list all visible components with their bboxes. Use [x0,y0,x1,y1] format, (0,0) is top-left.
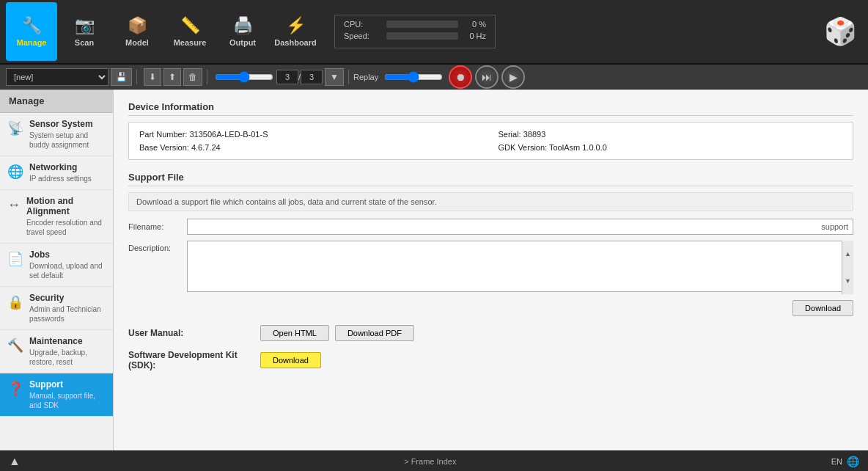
measure-icon: 📏 [180,16,200,35]
support-file-title: Support File [128,172,853,186]
user-manual-row: User Manual: Open HTML Download PDF [128,325,853,341]
description-textarea[interactable] [187,241,853,292]
sidebar-item-security[interactable]: 🔒 Security Admin and Technician password… [0,287,113,330]
scan-label: Scan [75,38,94,47]
jobs-title: Jobs [29,249,106,260]
frame-total-input[interactable] [301,70,323,84]
device-info-title: Device Information [128,101,853,116]
speed-value: 0 Hz [464,32,486,40]
serial-value: 38893 [523,130,546,139]
support-icon: ❓ [7,381,23,397]
security-subtitle: Admin and Technician passwords [29,304,106,324]
description-label: Description: [128,244,187,252]
maintenance-title: Maintenance [29,336,106,346]
main-toolbar: 🔧 Manage 📷 Scan 📦 Model 📏 Measure 🖨️ Out… [0,0,868,65]
toolbar-item-dashboard[interactable]: ⚡ Dashboard [270,2,321,61]
sdk-download-button[interactable]: Download [260,352,321,368]
manage-icon: 🔧 [22,16,42,35]
base-version-row: Base Version: 4.6.7.24 [139,143,484,152]
frame-inputs: / [276,70,323,84]
replay-slider[interactable] [215,71,273,83]
separator-2 [207,70,207,84]
scroll-down-btn[interactable]: ▼ [842,268,853,295]
device-info-box: Part Number: 313506A-LED-B-01-S Serial: … [128,122,853,160]
download-toolbar-btn[interactable]: ⬇ [144,68,161,86]
download-btn-row: Download [128,300,853,316]
next-frame-button[interactable]: ⏭ [475,65,499,89]
frame-index-text: > Frame Index [29,457,831,466]
serial-row: Serial: 38893 [499,130,843,139]
gdk-version-label: GDK Version: [499,143,548,152]
replay-speed-slider[interactable] [384,71,443,83]
base-version-value: 4.6.7.24 [191,143,221,152]
sidebar-item-networking[interactable]: 🌐 Networking IP address settings [0,156,113,190]
sensor-system-subtitle: System setup and buddy assignment [29,131,106,150]
sidebar-item-maintenance[interactable]: 🔨 Maintenance Upgrade, backup, restore, … [0,330,113,373]
play-button[interactable]: ▶ [501,65,525,89]
description-row: Description: ▲ ▼ [128,241,853,294]
save-button[interactable]: 💾 [111,68,132,86]
support-file-download-button[interactable]: Download [792,300,853,316]
sidebar-item-sensor-system[interactable]: 📡 Sensor System System setup and buddy a… [0,113,113,156]
logo-icon: 🎲 [824,16,857,47]
sidebar-item-jobs[interactable]: 📄 Jobs Download, upload and set default [0,244,113,287]
security-title: Security [29,293,106,303]
toolbar-item-output[interactable]: 🖨️ Output [217,2,268,61]
output-icon: 🖨️ [233,16,253,35]
gdk-version-row: GDK Version: ToolAsm 1.0.0.0 [499,143,843,152]
download-pdf-button[interactable]: Download PDF [335,325,414,341]
replay-label: Replay [353,73,378,81]
open-html-button[interactable]: Open HTML [260,325,329,341]
scroll-arrows: ▲ ▼ [842,241,853,294]
status-arrow-icon[interactable]: ▲ [9,455,21,468]
motion-title: Motion and Alignment [26,196,106,216]
language-label: EN [831,457,842,466]
gdk-version-value: ToolAsm 1.0.0.0 [549,143,607,152]
delete-toolbar-btn[interactable]: 🗑 [183,68,202,86]
project-dropdown[interactable]: [new] [6,68,108,86]
model-icon: 📦 [128,16,147,35]
part-number-value: 313506A-LED-B-01-S [189,130,268,139]
part-number-label: Part Number: [139,130,187,139]
sdk-row: Software Development Kit (SDK): Download [128,350,853,370]
toolbar-item-model[interactable]: 📦 Model [111,2,163,61]
user-manual-label: User Manual: [128,328,260,338]
cpu-label: CPU: [344,20,380,29]
sidebar-item-motion[interactable]: ↔ Motion and Alignment Encoder resolutio… [0,190,113,244]
record-button[interactable]: ⏺ [449,65,472,89]
cpu-bar [386,21,458,28]
networking-title: Networking [29,162,106,172]
maintenance-subtitle: Upgrade, backup, restore, reset [29,348,106,367]
main-content: Manage 📡 Sensor System System setup and … [0,90,868,450]
upload-toolbar-btn[interactable]: ⬆ [163,68,181,86]
motion-icon: ↔ [7,197,21,213]
serial-label: Serial: [499,130,521,139]
model-label: Model [125,38,149,47]
security-icon: 🔒 [7,294,23,310]
status-right: EN 🌐 [831,456,859,467]
networking-icon: 🌐 [7,164,23,180]
sidebar: Manage 📡 Sensor System System setup and … [0,90,114,450]
speed-label: Speed: [344,32,380,40]
sidebar-item-support[interactable]: ❓ Support Manual, support file, and SDK [0,373,113,417]
filename-input[interactable] [187,219,853,235]
base-version-label: Base Version: [139,143,189,152]
frame-current-input[interactable] [276,70,298,84]
filename-label: Filename: [128,222,187,231]
support-subtitle: Manual, support file, and SDK [29,391,106,410]
scroll-up-btn[interactable]: ▲ [842,241,853,268]
globe-icon[interactable]: 🌐 [847,456,859,467]
measure-label: Measure [174,38,207,47]
toolbar-item-manage[interactable]: 🔧 Manage [6,2,57,61]
scan-icon: 📷 [75,16,95,35]
toolbar-item-scan[interactable]: 📷 Scan [59,2,110,61]
separator-1 [136,70,137,84]
sensor-system-icon: 📡 [7,120,23,136]
toolbar-item-measure[interactable]: 📏 Measure [164,2,216,61]
support-title: Support [29,379,106,390]
jobs-subtitle: Download, upload and set default [29,261,106,280]
filter-btn[interactable]: ▼ [325,68,344,86]
maintenance-icon: 🔨 [7,337,23,354]
dashboard-icon: ⚡ [286,16,306,35]
logo: 🎲 [818,10,862,54]
